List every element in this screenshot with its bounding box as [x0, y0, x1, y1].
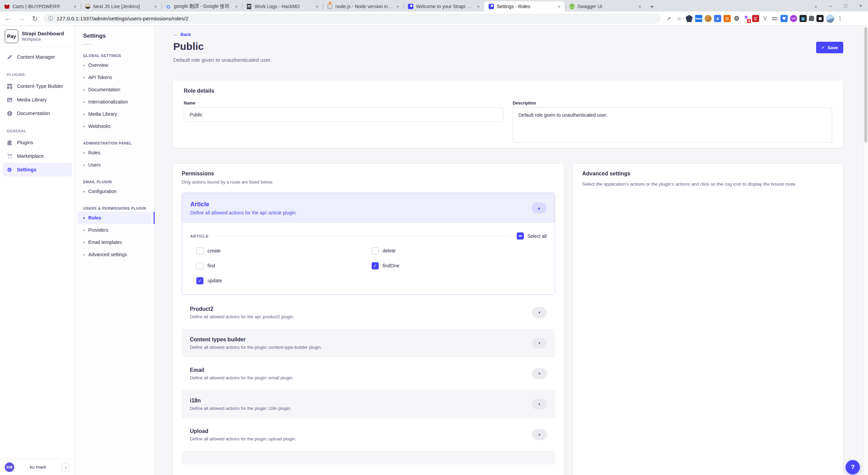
expand-accordion-button[interactable]: ▼	[532, 338, 547, 348]
window-close-icon[interactable]: ×	[853, 0, 868, 12]
subnav-item-documentation[interactable]: •Documentation	[78, 83, 152, 96]
browser-back-icon[interactable]: ←	[2, 13, 14, 24]
subnav-item-internationalization[interactable]: •Internationalization	[78, 96, 152, 108]
subnav-item-admin-roles[interactable]: •Roles	[78, 147, 152, 159]
workspace-header[interactable]: Pay Strapi Dashboard Workplace	[0, 26, 75, 47]
delete-checkbox[interactable]	[372, 247, 379, 254]
tab-ibuypower[interactable]: Carts | iBUYPOWER® ×	[0, 1, 81, 12]
subnav-item-webhooks[interactable]: •Webhooks	[78, 120, 152, 132]
share-icon[interactable]: ↗	[665, 15, 673, 23]
close-tab-icon[interactable]: ×	[556, 3, 562, 10]
expand-accordion-button[interactable]: ▼	[532, 429, 547, 440]
subnav-item-advanced-settings[interactable]: •Advanced settings	[78, 248, 152, 261]
accordion-item-partial[interactable]	[182, 451, 555, 464]
expand-accordion-button[interactable]: ▼	[532, 368, 547, 379]
ext-purple-asterisk-icon[interactable]: *4	[743, 15, 750, 22]
expand-accordion-button[interactable]: ▼	[532, 307, 547, 318]
ext-gray-bars-icon[interactable]	[771, 15, 778, 22]
create-checkbox[interactable]	[196, 247, 203, 254]
ext-new-badge-icon[interactable]: New	[695, 15, 702, 22]
sidebar-item-content-manager[interactable]: Content Manager	[3, 50, 72, 64]
tab-hackmd[interactable]: Work Logs - HackMD ×	[242, 1, 323, 12]
ext-gray-v-icon[interactable]: V	[762, 15, 769, 22]
accordion-item-content-types-builder[interactable]: Content types builder Define all allowed…	[182, 329, 555, 357]
tab-jenkins[interactable]: Next JS Live [Jenkins] ×	[81, 1, 161, 12]
subnav-item-up-roles-active[interactable]: •Roles	[78, 212, 152, 224]
close-tab-icon[interactable]: ×	[233, 3, 239, 10]
user-avatar[interactable]: KM	[5, 462, 14, 472]
ext-cookie-icon[interactable]	[705, 15, 712, 22]
close-tab-icon[interactable]: ×	[475, 3, 481, 10]
accordion-article-header[interactable]: Article Define all allowed actions for t…	[182, 193, 555, 223]
bookmark-star-icon[interactable]: ☆	[675, 15, 683, 23]
close-tab-icon[interactable]: ×	[72, 3, 78, 10]
tab-swagger[interactable]: {…} Swagger UI ×	[565, 1, 646, 12]
description-label: Description	[513, 101, 832, 106]
window-menu-icon[interactable]: ⌄	[808, 0, 823, 12]
ext-blue-tag-icon[interactable]	[781, 15, 788, 22]
profile-avatar[interactable]	[826, 15, 834, 23]
window-maximize-icon[interactable]: □	[838, 0, 853, 12]
sidebar-item-plugins[interactable]: Plugins	[3, 136, 72, 149]
new-tab-button[interactable]: +	[647, 2, 657, 12]
back-link[interactable]: ← Back	[173, 32, 191, 37]
help-button[interactable]: ?	[846, 460, 860, 474]
extensions-puzzle-icon[interactable]	[809, 16, 814, 21]
subnav-item-overview[interactable]: •Overview	[78, 59, 152, 71]
select-all-checkbox[interactable]	[517, 232, 524, 240]
subnav-item-admin-users[interactable]: •Users	[78, 159, 152, 171]
sidebar-item-settings[interactable]: ⚙ Settings	[3, 163, 72, 176]
check-icon: ✓	[198, 278, 202, 283]
accordion-item-email[interactable]: Email Define all allowed actions for the…	[182, 359, 555, 388]
close-tab-icon[interactable]: ×	[314, 3, 320, 10]
sidebar-item-documentation[interactable]: Documentation	[3, 107, 72, 120]
expand-accordion-button[interactable]: ▼	[532, 399, 547, 410]
ext-dark-shield-icon[interactable]	[686, 15, 693, 22]
browser-reload-icon[interactable]: ↻	[29, 13, 41, 24]
select-all-control[interactable]: Select all	[517, 232, 547, 240]
findone-checkbox[interactable]: ✓	[372, 262, 379, 269]
sidebar-item-media-library[interactable]: Media Library	[3, 93, 72, 107]
tab-stackoverflow[interactable]: node.js - Node version incompat... ×	[323, 1, 403, 12]
ext-lr-purple-icon[interactable]: LR	[790, 15, 797, 22]
permission-row-delete: delete	[372, 247, 547, 254]
subnav-item-media-library[interactable]: •Media Library	[78, 108, 152, 120]
find-checkbox[interactable]	[196, 262, 203, 269]
collapse-accordion-button[interactable]: ▲	[532, 203, 547, 213]
accordion-item-i18n[interactable]: i18n Define all allowed actions for the …	[182, 390, 555, 418]
collapse-sidebar-button[interactable]: ‹	[62, 463, 70, 471]
ext-red-c-icon[interactable]: C	[752, 15, 759, 22]
close-tab-icon[interactable]: ×	[395, 3, 401, 10]
close-tab-icon[interactable]: ×	[153, 3, 159, 10]
tab-settings-roles-active[interactable]: Settings - Roles ×	[484, 1, 565, 12]
accordion-item-upload[interactable]: Upload Define all allowed actions for th…	[182, 420, 555, 449]
description-field[interactable]: Default role given to unauthenticated us…	[513, 108, 832, 143]
ext-dark-square-icon[interactable]	[816, 15, 824, 22]
subnav-item-email-templates[interactable]: •Email templates	[78, 236, 152, 248]
ext-react-icon[interactable]: ⊛	[800, 15, 807, 22]
name-field[interactable]	[184, 108, 503, 122]
scrollbar-thumb[interactable]	[864, 27, 867, 142]
tab-google-translate[interactable]: G google 翻譯 - Google 搜尋 ×	[161, 1, 242, 12]
subnav-item-providers[interactable]: •Providers	[78, 224, 152, 236]
address-bar[interactable]: ⓘ 127.0.0.1:1337/admin/settings/users-pe…	[43, 14, 660, 24]
save-button[interactable]: ✓ Save	[816, 42, 843, 53]
url-text[interactable]: 127.0.0.1:1337/admin/settings/users-perm…	[57, 16, 189, 22]
tab-strapi-welcome[interactable]: Welcome to your Strapi app ×	[403, 1, 484, 12]
sidebar-item-content-type-builder[interactable]: Content-Type Builder	[3, 79, 72, 93]
site-info-icon[interactable]: ⓘ	[48, 15, 53, 22]
ext-translate-icon[interactable]: A	[714, 15, 721, 22]
window-minimize-icon[interactable]: –	[823, 0, 838, 12]
update-checkbox[interactable]: ✓	[196, 277, 203, 284]
ext-orange-o-icon[interactable]: O	[724, 15, 731, 22]
page-scrollbar[interactable]	[863, 26, 868, 475]
subnav-item-configuration[interactable]: •Configuration	[78, 185, 152, 197]
ext-gear-icon[interactable]: ⚙	[733, 15, 740, 22]
sidebar-item-marketplace[interactable]: Marketplace	[3, 149, 72, 163]
accordion-title: Product2	[190, 306, 532, 312]
subnav-item-api-tokens[interactable]: •API Tokens	[78, 71, 152, 83]
close-tab-icon[interactable]: ×	[637, 3, 643, 10]
accordion-item-product2[interactable]: Product2 Define all allowed actions for …	[182, 298, 555, 327]
check-icon: ✓	[373, 263, 377, 268]
browser-menu-icon[interactable]: ⋮	[836, 15, 844, 22]
